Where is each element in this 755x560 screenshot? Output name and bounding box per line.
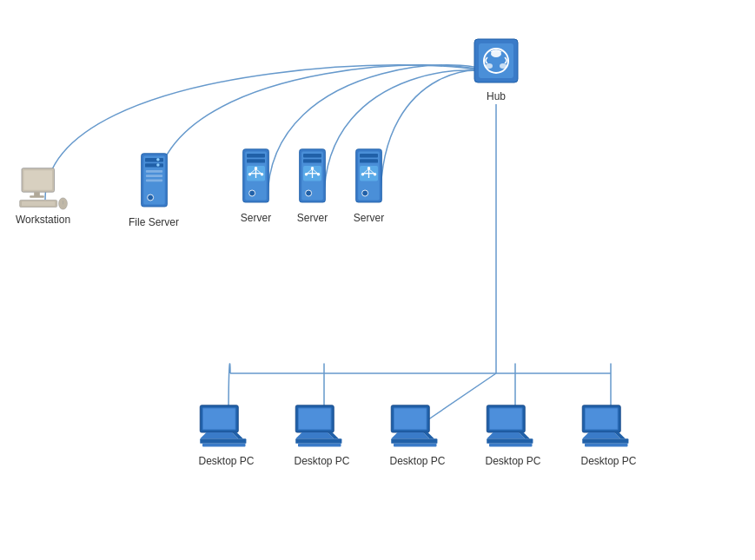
server2-node: Server	[293, 148, 332, 224]
svg-point-51	[317, 173, 321, 176]
svg-rect-10	[23, 170, 52, 190]
desktop3-node: Desktop PC	[389, 404, 446, 467]
desktop5-node: Desktop PC	[580, 404, 637, 467]
svg-rect-86	[394, 444, 437, 447]
svg-rect-19	[145, 158, 163, 161]
svg-rect-55	[360, 154, 378, 157]
svg-rect-23	[145, 180, 162, 182]
svg-rect-68	[203, 409, 235, 430]
svg-point-52	[306, 190, 312, 196]
server3-node: Server	[349, 148, 388, 224]
svg-rect-12	[30, 195, 44, 198]
hub-node: Hub	[470, 35, 522, 102]
server1-label: Server	[241, 212, 271, 224]
svg-rect-89	[490, 409, 522, 430]
desktop2-node: Desktop PC	[294, 404, 350, 467]
svg-marker-83	[391, 432, 429, 438]
svg-rect-79	[298, 444, 341, 447]
svg-rect-22	[145, 175, 162, 177]
svg-point-64	[374, 173, 377, 176]
network-diagram: Hub Workstation	[0, 0, 755, 560]
svg-point-65	[362, 190, 368, 196]
workstation-label: Workstation	[16, 214, 70, 226]
svg-rect-78	[295, 438, 341, 444]
server2-label: Server	[297, 212, 328, 224]
hub-icon	[470, 35, 522, 87]
desktop5-label: Desktop PC	[580, 455, 636, 467]
svg-point-38	[261, 173, 264, 176]
svg-rect-42	[303, 154, 321, 157]
desktop5-icon	[580, 404, 637, 451]
workstation-node: Workstation	[16, 167, 70, 226]
svg-rect-72	[202, 444, 246, 447]
svg-rect-85	[391, 438, 437, 444]
svg-rect-92	[487, 438, 533, 444]
svg-rect-30	[247, 159, 265, 162]
connection-lines	[0, 0, 755, 560]
desktop4-node: Desktop PC	[485, 404, 541, 467]
svg-point-7	[486, 63, 493, 69]
hub-label: Hub	[487, 90, 506, 102]
desktop1-label: Desktop PC	[198, 455, 254, 467]
svg-rect-100	[585, 444, 628, 447]
desktop2-label: Desktop PC	[294, 455, 349, 467]
svg-point-37	[248, 173, 252, 176]
svg-point-24	[156, 158, 160, 161]
svg-marker-76	[295, 432, 334, 438]
svg-rect-21	[145, 170, 162, 173]
svg-point-63	[361, 173, 365, 176]
svg-rect-93	[489, 444, 533, 447]
server1-node: Server	[236, 148, 275, 224]
desktop1-icon	[198, 404, 255, 451]
svg-marker-69	[200, 432, 238, 438]
desktop4-icon	[485, 404, 541, 451]
server3-label: Server	[354, 212, 384, 224]
svg-rect-96	[586, 409, 618, 430]
svg-rect-71	[200, 438, 246, 444]
desktop4-label: Desktop PC	[485, 455, 540, 467]
svg-marker-90	[487, 432, 525, 438]
server3-icon	[349, 148, 388, 208]
desktop3-icon	[389, 404, 446, 451]
desktop2-icon	[294, 404, 350, 451]
desktop1-node: Desktop PC	[198, 404, 255, 467]
svg-point-8	[500, 63, 507, 69]
svg-rect-14	[22, 201, 55, 206]
file-server-icon	[135, 152, 174, 213]
svg-point-25	[156, 163, 160, 167]
svg-marker-97	[582, 432, 620, 438]
svg-point-36	[255, 167, 258, 170]
server1-icon	[236, 148, 275, 208]
svg-point-50	[305, 173, 308, 176]
file-server-label: File Server	[129, 216, 179, 228]
svg-rect-29	[247, 154, 265, 157]
svg-point-26	[147, 194, 153, 201]
svg-rect-43	[303, 159, 321, 162]
svg-rect-82	[394, 409, 427, 430]
svg-rect-75	[299, 409, 331, 430]
svg-rect-99	[582, 438, 628, 444]
svg-point-62	[368, 167, 371, 170]
workstation-icon	[17, 167, 70, 210]
desktop3-label: Desktop PC	[389, 455, 445, 467]
svg-point-39	[249, 190, 255, 196]
svg-point-49	[311, 167, 315, 170]
file-server-node: File Server	[129, 152, 179, 228]
server2-icon	[293, 148, 332, 208]
svg-rect-20	[145, 163, 163, 167]
svg-rect-56	[360, 159, 378, 162]
